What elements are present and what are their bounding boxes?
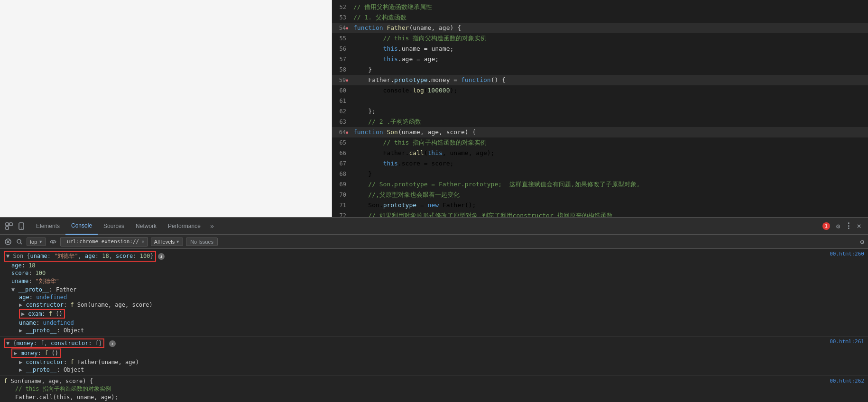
code-line-59: 59● Father.prototype.money = function() …	[332, 75, 868, 85]
console-toolbar: top ▼ × All levels ▼ No	[0, 235, 868, 249]
line-content-63: // 2 .子构造函数	[351, 117, 868, 127]
entry-son-header-line: ▼ Son {uname: "刘德华", age: 18, score: 100…	[4, 251, 864, 262]
code-line-68: 68 }	[332, 169, 868, 179]
line-content-67: this.score = score;	[351, 158, 868, 169]
console-settings-icon[interactable]: ⚙	[860, 238, 864, 246]
line-content-58: }	[351, 64, 868, 75]
line-num-66: 66	[332, 148, 351, 158]
code-line-58: 58 }	[332, 64, 868, 75]
inspect-icon[interactable]	[4, 221, 14, 231]
devtools-panel: Elements Console Sources Network Perform…	[0, 217, 868, 402]
tab-sources[interactable]: Sources	[98, 218, 130, 235]
console-entry-son-object: ▼ Son {uname: "刘德华", age: 18, score: 100…	[0, 249, 868, 337]
code-line-62: 62 };	[332, 106, 868, 117]
context-label: top	[30, 239, 37, 245]
entry-son-header[interactable]: ▼ Son {uname: "刘德华", age: 18, score: 100…	[4, 251, 165, 262]
line-content-72: // 如果利用对象的形式修改了原型对象,别忘了利用constructor 指回原…	[351, 210, 868, 217]
line-num-69: 69	[332, 179, 351, 190]
entry-father-header-line: ▼ {money: f, constructor: f} i 00.html:2…	[4, 338, 864, 348]
editor-area: 52 // 借用父构造函数继承属性 53 // 1. 父构造函数 54● fun…	[0, 0, 868, 217]
code-line-63: 63 // 2 .子构造函数	[332, 117, 868, 127]
line-num-67: 67	[332, 158, 351, 169]
level-selector[interactable]: All levels ▼	[151, 238, 183, 246]
line-num-72: 72	[332, 210, 351, 217]
svg-rect-2	[9, 223, 12, 226]
info-icon-father[interactable]: i	[109, 340, 116, 347]
line-num-59: 59●	[332, 75, 351, 86]
info-icon-son[interactable]: i	[158, 253, 165, 260]
error-badge: 1	[822, 222, 830, 230]
line-num-56: 56	[332, 44, 351, 54]
eye-icon[interactable]	[49, 238, 57, 246]
svg-point-8	[17, 239, 21, 243]
console-output: ▼ Son {uname: "刘德华", age: 18, score: 100…	[0, 249, 868, 402]
code-line-60: 60 console.log(100000);	[332, 85, 868, 96]
line-content-69: // Son.prototype = Father.prototype; 这样直…	[351, 179, 868, 190]
line-num-58: 58	[332, 64, 351, 75]
clear-console-icon[interactable]	[4, 238, 12, 246]
code-line-52: 52 // 借用父构造函数继承属性	[332, 2, 868, 12]
entry-father-header[interactable]: ▼ {money: f, constructor: f} i	[4, 338, 116, 348]
tab-elements[interactable]: Elements	[30, 218, 65, 235]
line-num-54: 54●	[332, 23, 351, 34]
line-num-68: 68	[332, 169, 351, 179]
code-lines: 52 // 借用父构造函数继承属性 53 // 1. 父构造函数 54● fun…	[332, 0, 868, 217]
entry-function-source[interactable]: 00.html:262	[820, 378, 864, 384]
line-content-71: Son.prototype = new Father();	[351, 200, 868, 210]
code-line-61: 61	[332, 96, 868, 106]
console-entry-father-proto: ▼ {money: f, constructor: f} i 00.html:2…	[0, 337, 868, 376]
mobile-icon[interactable]	[16, 221, 27, 231]
line-content-68: }	[351, 169, 868, 179]
line-content-66: Father.call(this, uname, age);	[351, 148, 868, 158]
entry-father-source[interactable]: 00.html:261	[820, 338, 864, 345]
code-line-53: 53 // 1. 父构造函数	[332, 12, 868, 23]
line-content-55: // this 指向父构造函数的对象实例	[351, 33, 868, 44]
devtools-more-options-icon[interactable]: ⋮	[843, 221, 854, 231]
filter-clear-icon[interactable]: ×	[141, 238, 145, 245]
devtools-close-icon[interactable]: ×	[854, 221, 864, 231]
svg-point-10	[52, 241, 54, 243]
line-num-52: 52	[332, 2, 351, 12]
function-body: // this 指向子构造函数的对象实例 Father.call(this, u…	[4, 384, 864, 402]
filter-input[interactable]	[64, 238, 139, 245]
code-line-54: 54● function Father(uname, age) {	[332, 23, 868, 33]
father-properties: ▶ money: f () ▶ constructor: f Father(un…	[4, 348, 864, 374]
entry-function-header-line: f Son(uname, age, score) { 00.html:262	[4, 378, 864, 384]
code-line-69: 69 // Son.prototype = Father.prototype; …	[332, 179, 868, 190]
line-num-57: 57	[332, 54, 351, 64]
son-properties: age: 18 score: 100 uname: "刘德华" ▼ __prot…	[4, 262, 864, 334]
issues-button[interactable]: No Issues	[186, 238, 218, 246]
line-content-54: function Father(uname, age) {	[351, 23, 868, 33]
filter-icon[interactable]	[15, 238, 24, 246]
line-num-60: 60	[332, 85, 351, 96]
context-dropdown-icon: ▼	[38, 239, 43, 244]
line-num-71: 71	[332, 200, 351, 210]
tab-performance[interactable]: Performance	[162, 218, 206, 235]
line-content-52: // 借用父构造函数继承属性	[351, 2, 868, 12]
line-num-70: 70	[332, 190, 351, 200]
svg-rect-3	[19, 223, 24, 229]
editor-left-panel	[0, 0, 332, 217]
line-content-59: Father.prototype.money = function() {	[351, 75, 868, 85]
devtools-tabbar: Elements Console Sources Network Perform…	[0, 218, 868, 235]
entry-son-source[interactable]: 00.html:260	[820, 251, 864, 257]
tab-network[interactable]: Network	[130, 218, 162, 235]
tab-console[interactable]: Console	[65, 218, 98, 235]
app-container: 52 // 借用父构造函数继承属性 53 // 1. 父构造函数 54● fun…	[0, 0, 868, 402]
line-num-63: 63	[332, 117, 351, 127]
code-line-72: 72 // 如果利用对象的形式修改了原型对象,别忘了利用constructor …	[332, 210, 868, 217]
devtools-settings-icon[interactable]: ⚙	[833, 221, 843, 231]
line-content-62: };	[351, 106, 868, 117]
tab-more[interactable]: »	[206, 218, 218, 235]
svg-rect-1	[6, 227, 9, 229]
line-num-53: 53	[332, 12, 351, 23]
svg-rect-0	[6, 223, 9, 226]
context-selector[interactable]: top ▼	[27, 238, 46, 246]
filter-input-container: ×	[60, 237, 148, 247]
code-line-64: 64● function Son(uname, age, score) {	[332, 127, 868, 137]
code-line-57: 57 this.age = age;	[332, 54, 868, 64]
line-num-64: 64●	[332, 127, 351, 138]
code-line-65: 65 // this 指向子构造函数的对象实例	[332, 137, 868, 148]
console-entry-function-text: f Son(uname, age, score) { 00.html:262 /…	[0, 376, 868, 402]
code-line-55: 55 // this 指向父构造函数的对象实例	[332, 33, 868, 44]
